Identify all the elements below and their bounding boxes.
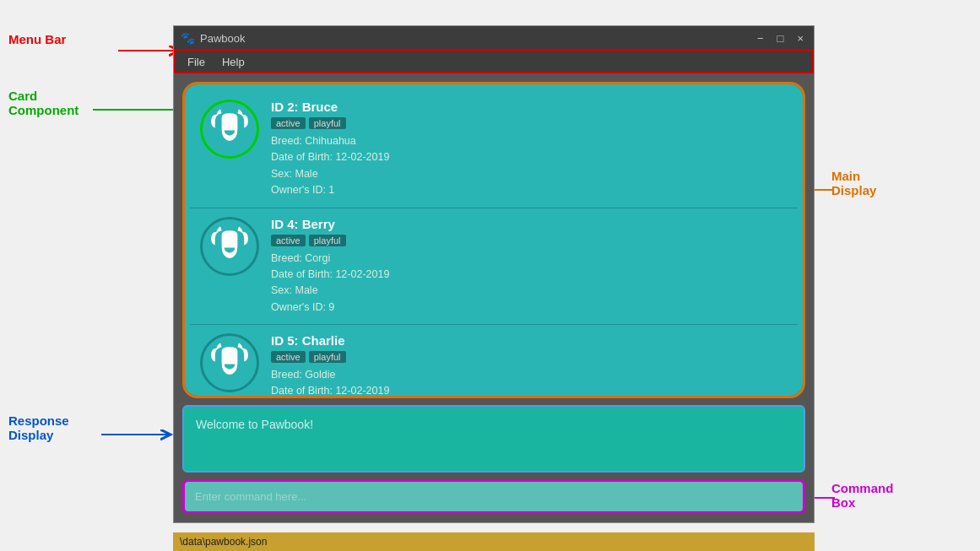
menu-bar-label: Menu Bar [8,32,66,46]
app-icon: 🐾 [181,31,195,45]
main-display-label: MainDisplay [831,169,876,197]
pet-name-bruce: ID 2: Bruce [271,100,788,114]
tag-playful-berry: playful [309,235,346,246]
pet-info-bruce: ID 2: Bruce active playful Breed: Chihua… [271,100,788,199]
response-text: Welcome to Pawbook! [196,418,313,431]
pet-info-berry: ID 4: Berry active playful Breed: Corgi … [271,217,788,316]
status-path: \data\pawbook.json [180,536,267,548]
maximize-button[interactable]: □ [774,32,788,45]
pet-avatar-berry [200,217,259,276]
response-display-label: ResponseDisplay [8,413,69,442]
tag-active-bruce: active [271,117,306,129]
pet-card-bruce[interactable]: ID 2: Bruce active playful Breed: Chihua… [190,91,798,208]
app-window: 🐾 Pawbook − □ × File Help ID 2: B [173,25,815,523]
pet-avatar-charlie [200,333,259,392]
pet-tags-charlie: active playful [271,351,788,363]
pet-card-berry[interactable]: ID 4: Berry active playful Breed: Corgi … [190,208,798,326]
tag-playful-bruce: playful [309,117,346,129]
close-button[interactable]: × [793,32,807,45]
tag-active-berry: active [271,235,306,246]
pet-detail-bruce: Breed: Chihuahua Date of Birth: 12-02-20… [271,133,788,199]
status-bar: \data\pawbook.json [173,532,815,551]
titlebar-left: 🐾 Pawbook [181,31,245,45]
pet-avatar-bruce [200,100,259,159]
menu-file[interactable]: File [179,54,214,70]
pet-name-berry: ID 4: Berry [271,217,788,231]
card-component-label: CardComponent [8,89,79,117]
command-box-label: CommandBox [831,481,893,510]
tag-active-charlie: active [271,351,306,363]
pet-tags-bruce: active playful [271,117,788,129]
pet-tags-berry: active playful [271,235,788,246]
command-input[interactable] [185,482,803,511]
pet-detail-charlie: Breed: Goldie Date of Birth: 12-02-2019 … [271,367,788,398]
pet-card-charlie[interactable]: ID 5: Charlie active playful Breed: Gold… [190,325,798,398]
menu-help[interactable]: Help [214,54,253,70]
window-title: Pawbook [200,32,245,45]
titlebar: 🐾 Pawbook − □ × [174,26,814,50]
response-display: Welcome to Pawbook! [182,405,805,473]
tag-playful-charlie: playful [309,351,346,363]
command-box-wrapper [182,479,805,514]
window-controls: − □ × [754,32,807,45]
menubar: File Help [174,50,814,73]
pet-name-charlie: ID 5: Charlie [271,333,788,348]
pet-detail-berry: Breed: Corgi Date of Birth: 12-02-2019 S… [271,251,788,316]
window-content: ID 2: Bruce active playful Breed: Chihua… [174,73,814,522]
minimize-button[interactable]: − [754,32,767,45]
main-display[interactable]: ID 2: Bruce active playful Breed: Chihua… [182,82,805,398]
pet-info-charlie: ID 5: Charlie active playful Breed: Gold… [271,333,788,398]
